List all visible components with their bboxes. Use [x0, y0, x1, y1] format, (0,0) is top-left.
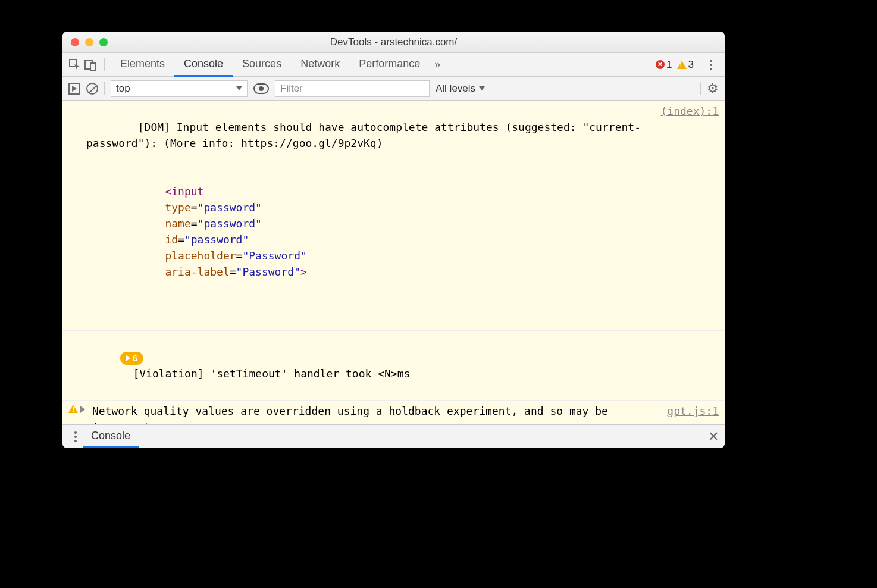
- warning-count: 3: [688, 59, 694, 71]
- filter-placeholder: Filter: [280, 83, 303, 95]
- close-window-button[interactable]: [71, 38, 79, 46]
- clear-console-icon[interactable]: [86, 83, 98, 95]
- minimize-window-button[interactable]: [85, 38, 93, 46]
- expand-icon: [126, 355, 130, 361]
- devtools-window: DevTools - arstechnica.com/ Elements Con…: [62, 32, 725, 448]
- chevron-down-icon: [479, 86, 485, 90]
- tab-elements[interactable]: Elements: [111, 53, 174, 77]
- window-title: DevTools - arstechnica.com/: [62, 36, 725, 48]
- main-menu-button[interactable]: [702, 60, 720, 70]
- drawer: Console ✕: [62, 424, 725, 448]
- context-selector[interactable]: top: [111, 80, 248, 97]
- chevron-down-icon: [236, 86, 242, 90]
- close-drawer-icon[interactable]: ✕: [708, 429, 719, 445]
- console-messages: [DOM] Input elements should have autocom…: [62, 101, 725, 424]
- tab-sources[interactable]: Sources: [233, 53, 291, 77]
- drawer-tab-console[interactable]: Console: [83, 426, 139, 448]
- warning-icon: [68, 405, 78, 413]
- message-text: [DOM] Input elements should have autocom…: [86, 103, 654, 328]
- tab-network[interactable]: Network: [291, 53, 349, 77]
- error-icon: ✕: [656, 60, 665, 69]
- more-tabs-button[interactable]: »: [430, 57, 445, 73]
- console-message[interactable]: Network quality values are overridden us…: [62, 401, 725, 424]
- repeat-count-badge[interactable]: 6: [120, 352, 143, 365]
- titlebar: DevTools - arstechnica.com/: [62, 32, 725, 53]
- zoom-window-button[interactable]: [99, 38, 108, 46]
- error-count: 1: [666, 59, 672, 71]
- log-level-selector[interactable]: All levels: [436, 83, 485, 95]
- disclosure-triangle-icon[interactable]: [80, 406, 85, 413]
- live-expression-icon[interactable]: [253, 83, 269, 94]
- console-settings-icon[interactable]: ⚙: [707, 81, 719, 96]
- device-toolbar-icon[interactable]: [83, 57, 98, 73]
- error-count-badge[interactable]: ✕ 1: [656, 59, 672, 71]
- info-link[interactable]: https://goo.gl/9p2vKq: [241, 137, 377, 149]
- context-value: top: [116, 83, 130, 95]
- warning-count-badge[interactable]: 3: [677, 59, 694, 71]
- tab-console[interactable]: Console: [174, 53, 233, 77]
- source-link[interactable]: (index):1: [660, 103, 719, 328]
- inspect-element-icon[interactable]: [67, 57, 83, 73]
- levels-label: All levels: [436, 83, 475, 95]
- divider: [104, 58, 105, 71]
- filter-input[interactable]: Filter: [275, 80, 430, 97]
- message-text: Network quality values are overridden us…: [92, 403, 661, 424]
- panel-tabs: Elements Console Sources Network Perform…: [62, 53, 725, 77]
- message-text: [Violation] 'setTimeout' handler took <N…: [133, 367, 410, 380]
- window-controls: [71, 38, 108, 46]
- drawer-menu-button[interactable]: [68, 431, 83, 442]
- warning-icon: [677, 61, 687, 69]
- console-toolbar: top Filter All levels ⚙: [62, 77, 725, 101]
- divider: [700, 82, 701, 95]
- source-link[interactable]: gpt.js:1: [667, 403, 719, 424]
- svg-rect-2: [90, 63, 96, 70]
- toggle-sidebar-icon[interactable]: [68, 83, 80, 95]
- console-message-grouped[interactable]: 6 [Violation] 'setTimeout' handler took …: [62, 331, 725, 401]
- console-message[interactable]: [DOM] Input elements should have autocom…: [62, 101, 725, 331]
- divider: [104, 82, 105, 95]
- tab-performance[interactable]: Performance: [349, 53, 430, 77]
